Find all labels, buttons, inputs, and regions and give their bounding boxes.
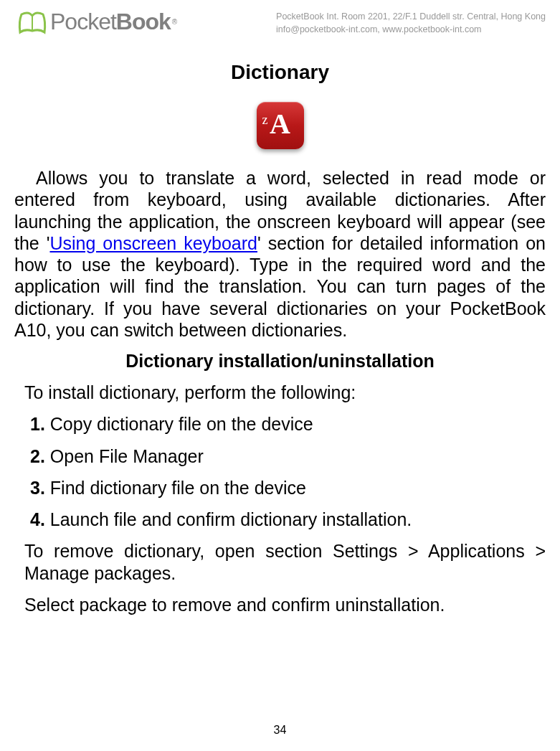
onscreen-keyboard-link[interactable]: Using onscreen keyboard	[49, 233, 257, 253]
document-header: PocketBook® PocketBook Int. Room 2201, 2…	[0, 0, 560, 39]
company-info: PocketBook Int. Room 2201, 22/F.1 Duddel…	[276, 7, 546, 36]
app-icon-container: zA	[0, 102, 560, 149]
page-title: Dictionary	[0, 61, 560, 84]
install-subtitle: Dictionary installation/uninstallation	[14, 351, 546, 372]
step-1: 1. Copy dictionary file on the device	[14, 413, 546, 435]
company-address: PocketBook Int. Room 2201, 22/F.1 Duddel…	[276, 11, 546, 24]
logo-text: PocketBook	[50, 9, 171, 35]
pocketbook-logo: PocketBook®	[14, 7, 177, 36]
step-3: 3. Find dictionary file on the device	[14, 477, 546, 499]
install-intro: To install dictionary, perform the follo…	[14, 382, 546, 403]
intro-paragraph: Allows you to translate a word, selected…	[14, 167, 546, 341]
company-contact: info@pocketbook-int.com, www.pocketbook-…	[276, 24, 546, 37]
dictionary-app-icon: zA	[257, 102, 304, 149]
content-body: Allows you to translate a word, selected…	[0, 167, 560, 615]
step-4: 4. Launch file and confirm dictionary in…	[14, 509, 546, 530]
select-paragraph: Select package to remove and confirm uni…	[14, 594, 546, 615]
step-2: 2. Open File Manager	[14, 445, 546, 467]
page-number: 34	[0, 724, 560, 737]
logo-icon	[14, 7, 50, 36]
logo-registered: ®	[172, 18, 177, 26]
remove-paragraph: To remove dictionary, open section Setti…	[14, 540, 546, 584]
